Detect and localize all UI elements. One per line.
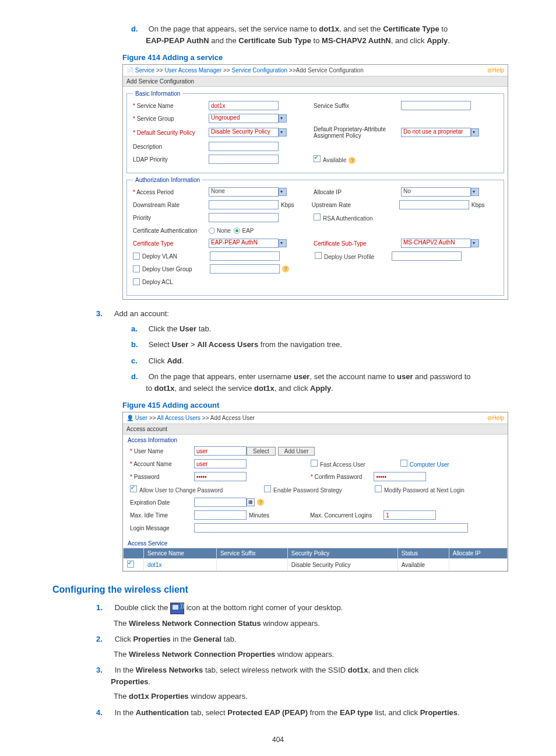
desc-input[interactable] <box>209 142 279 151</box>
marker-3: 3. <box>96 308 112 320</box>
section-heading: Configuring the wireless client <box>52 584 504 595</box>
row-checkbox[interactable] <box>127 561 134 568</box>
help-icon[interactable]: ? <box>257 499 264 506</box>
enable-checkbox[interactable] <box>264 485 271 492</box>
allocate-ip-select[interactable]: No <box>401 187 471 197</box>
dropdown-icon[interactable] <box>471 239 479 247</box>
deploy-up-label: Deploy User Profile <box>324 254 374 260</box>
def-sec-select[interactable]: Disable Security Policy <box>209 128 279 137</box>
section-header: Access account <box>123 424 508 435</box>
dropdown-icon[interactable] <box>279 188 287 196</box>
concurrent-input[interactable] <box>383 510 436 520</box>
account-input[interactable] <box>194 459 247 468</box>
deploy-ug-input[interactable] <box>210 264 280 274</box>
rsa-label: RSA Authentication <box>323 215 373 222</box>
cert-type-select[interactable]: EAP-PEAP AuthN <box>209 239 279 248</box>
text: Add an account: <box>114 309 169 318</box>
step-3d: d. On the page that appears, enter usern… <box>131 371 504 394</box>
help-link[interactable]: ⊘Help <box>487 415 504 421</box>
deploy-acl-label: Deploy ACL <box>142 279 210 285</box>
help-link[interactable]: ⊘Help <box>487 67 504 74</box>
bc-uam[interactable]: User Access Manager <box>164 67 221 74</box>
allow-checkbox[interactable] <box>130 485 137 492</box>
dpa-select[interactable]: Do not use a proprietar <box>401 128 471 137</box>
bc-user[interactable]: User <box>135 415 147 421</box>
eap-radio[interactable] <box>234 228 240 234</box>
help-icon[interactable]: ? <box>282 265 289 272</box>
exp-input[interactable] <box>194 498 247 507</box>
service-name-input[interactable] <box>209 101 279 110</box>
downstream-input[interactable] <box>209 200 279 209</box>
deploy-vlan-input[interactable] <box>210 251 280 261</box>
breadcrumb-icon: 👤 <box>126 415 133 421</box>
def-sec-label: Default Security Policy <box>133 130 209 136</box>
none-radio[interactable] <box>209 228 215 234</box>
breadcrumb-icon: 📄 <box>126 67 133 74</box>
page-number: 404 <box>52 736 504 744</box>
deploy-vlan-label: Deploy VLAN <box>142 253 210 260</box>
table-row: dot1x Disable Security Policy Available <box>124 559 508 571</box>
th-alloc: Allocate IP <box>449 548 507 559</box>
calendar-icon[interactable]: ▦ <box>247 498 255 506</box>
computer-checkbox[interactable] <box>400 460 407 467</box>
dropdown-icon[interactable] <box>279 239 287 247</box>
dropdown-icon[interactable] <box>279 114 287 123</box>
login-msg-input[interactable] <box>194 523 468 533</box>
bc-current: Add Service Configuration <box>296 67 364 74</box>
username-input[interactable] <box>194 446 247 456</box>
service-suffix-input[interactable] <box>401 101 471 110</box>
service-group-select[interactable]: Ungrouped <box>209 114 279 123</box>
service-name-label: Service Name <box>133 103 209 109</box>
dropdown-icon[interactable] <box>279 128 287 136</box>
cell-name[interactable]: dot1x <box>144 559 217 571</box>
access-period-select[interactable]: None <box>209 187 279 197</box>
step-3: 3. Add an account: <box>96 308 504 320</box>
dropdown-icon[interactable] <box>471 188 479 196</box>
pw-input[interactable] <box>194 472 247 481</box>
th-status: Status <box>397 548 449 559</box>
deploy-ug-checkbox[interactable] <box>133 265 140 272</box>
cell-status: Available <box>397 559 449 571</box>
service-table: Service Name Service Suffix Security Pol… <box>123 548 508 571</box>
ldap-input[interactable] <box>209 155 279 164</box>
login-msg-label: Login Message <box>130 525 194 531</box>
available-label: Available <box>323 157 346 163</box>
wstep-2-result: The Wireless Network Connection Properti… <box>114 649 504 660</box>
fast-checkbox[interactable] <box>311 460 318 467</box>
dropdown-icon[interactable] <box>471 128 479 136</box>
idle-input[interactable] <box>194 510 247 520</box>
service-group-label: Service Group <box>133 116 209 122</box>
available-checkbox[interactable] <box>314 155 321 162</box>
wstep-2: 2. Click Properties in the General tab. <box>96 634 504 645</box>
cell-policy: Disable Security Policy <box>287 559 397 571</box>
upstream-label: Upstream Rate <box>312 202 399 208</box>
priority-label: Priority <box>133 215 209 221</box>
rsa-checkbox[interactable] <box>314 214 321 220</box>
idle-label: Max. Idle Time <box>130 512 194 519</box>
modify-checkbox[interactable] <box>375 485 382 492</box>
deploy-ug-label: Deploy User Group <box>142 266 210 272</box>
wstep-4: 4. In the Authentication tab, select Pro… <box>96 707 504 719</box>
wireless-icon <box>170 603 184 614</box>
cert-sub-select[interactable]: MS-CHAPV2 AuthN <box>401 239 471 248</box>
account-label: Account Name <box>130 461 194 467</box>
cpw-input[interactable] <box>374 472 426 481</box>
deploy-acl-checkbox[interactable] <box>133 278 140 285</box>
deploy-up-input[interactable] <box>392 251 462 261</box>
cpw-label: Confirm Password <box>311 474 362 480</box>
dpa-label: Default Proprietary-Attribute Assignment… <box>314 126 401 139</box>
deploy-up-checkbox[interactable] <box>315 252 322 259</box>
bc-current: Add Access User <box>210 415 255 421</box>
bc-service[interactable]: Service <box>135 67 154 74</box>
deploy-vlan-checkbox[interactable] <box>133 253 140 260</box>
bc-svcconf[interactable]: Service Configuration <box>231 67 287 74</box>
allocate-ip-label: Allocate IP <box>314 189 401 195</box>
figure-414-title: Figure 414 Adding a service <box>122 53 504 62</box>
bc-all-users[interactable]: All Access Users <box>157 415 200 421</box>
priority-input[interactable] <box>209 213 279 222</box>
add-user-button[interactable]: Add User <box>278 447 315 456</box>
select-button[interactable]: Select <box>247 447 276 456</box>
upstream-input[interactable] <box>399 200 469 209</box>
help-icon[interactable]: ? <box>349 157 356 164</box>
wstep-1: 1. Double click the icon at the bottom r… <box>96 602 504 614</box>
